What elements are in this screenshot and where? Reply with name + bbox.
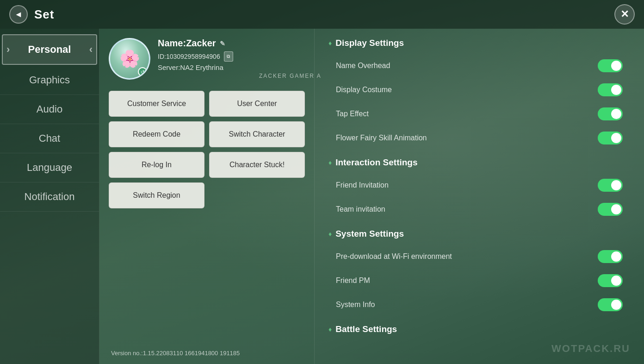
interaction-diamond-icon: ♦	[328, 159, 332, 166]
close-button[interactable]: ✕	[614, 4, 635, 25]
predownload-wifi-toggle[interactable]	[598, 250, 623, 263]
system-diamond-icon: ♦	[328, 230, 332, 238]
sidebar-item-language[interactable]: Language	[0, 153, 99, 182]
battle-settings-title: ♦ Battle Settings	[328, 324, 630, 334]
flower-fairy-skill-animation-toggle[interactable]	[598, 132, 623, 144]
sidebar: Personal Graphics Audio Chat Language No…	[0, 29, 99, 364]
right-panel: ♦ Display Settings Name Overhead Display…	[315, 29, 644, 364]
zacker-watermark-label: ZACKER GAMER A	[259, 73, 322, 79]
team-invitation-toggle[interactable]	[598, 203, 623, 216]
team-invitation-label: Team invitation	[336, 205, 385, 213]
display-settings-section: ♦ Display Settings Name Overhead Display…	[328, 38, 630, 149]
tap-effect-label: Tap Effect	[336, 110, 369, 118]
system-settings-section: ♦ System Settings Pre-download at Wi-Fi …	[328, 229, 630, 316]
avatar-badge: ↺	[138, 67, 147, 76]
friend-pm-label: Friend PM	[336, 276, 370, 285]
sidebar-item-personal[interactable]: Personal	[2, 34, 97, 65]
battle-settings-section: ♦ Battle Settings	[328, 324, 630, 334]
sidebar-item-audio[interactable]: Audio	[0, 95, 99, 124]
profile-id-text: ID:103092958994906	[158, 53, 220, 60]
edit-icon[interactable]: ✎	[220, 40, 225, 47]
profile-server: Server:NA2 Erythrina	[158, 63, 305, 71]
setting-row-flower-fairy-skill-animation: Flower Fairy Skill Animation	[328, 127, 630, 149]
sidebar-item-notification[interactable]: Notification	[0, 182, 99, 212]
setting-row-tap-effect: Tap Effect	[328, 103, 630, 125]
setting-row-team-invitation: Team invitation	[328, 198, 630, 220]
back-button[interactable]: ◄	[9, 5, 28, 24]
system-settings-title: ♦ System Settings	[328, 229, 630, 239]
flower-fairy-skill-animation-label: Flower Fairy Skill Animation	[336, 134, 427, 142]
display-costume-label: Display Costume	[336, 86, 392, 94]
sidebar-item-graphics[interactable]: Graphics	[0, 66, 99, 95]
profile-id: ID:103092958994906 ⧉	[158, 51, 305, 62]
copy-id-button[interactable]: ⧉	[224, 51, 233, 62]
header-left: ◄ Set	[9, 5, 54, 24]
setting-row-name-overhead: Name Overhead	[328, 55, 630, 77]
profile-info: Name:Zacker ✎ ID:103092958994906 ⧉ Serve…	[158, 38, 305, 71]
setting-row-friend-invitation: Friend Invitation	[328, 174, 630, 196]
predownload-wifi-label: Pre-download at Wi-Fi environment	[336, 252, 452, 261]
friend-invitation-toggle[interactable]	[598, 179, 623, 192]
interaction-settings-title: ♦ Interaction Settings	[328, 157, 630, 168]
customer-service-button[interactable]: Customer Service	[109, 91, 204, 117]
avatar: 🌸 ↺	[109, 38, 150, 80]
header-bar: ◄ Set ✕	[0, 0, 644, 29]
sidebar-item-chat[interactable]: Chat	[0, 124, 99, 153]
switch-region-button[interactable]: Switch Region	[109, 182, 204, 208]
setting-row-predownload-wifi: Pre-download at Wi-Fi environment	[328, 245, 630, 268]
name-overhead-toggle[interactable]	[598, 59, 623, 72]
friend-pm-toggle[interactable]	[598, 274, 623, 287]
system-info-label: System Info	[336, 301, 375, 309]
version-text: Version no.:1.15.22083110 1661941800 191…	[111, 350, 240, 357]
center-panel: 🌸 ↺ Name:Zacker ✎ ID:103092958994906 ⧉	[99, 29, 315, 364]
friend-invitation-label: Friend Invitation	[336, 181, 389, 189]
action-buttons-grid: Customer Service User Center Redeem Code…	[109, 91, 305, 208]
system-info-toggle[interactable]	[598, 298, 623, 311]
setting-row-system-info: System Info	[328, 294, 630, 316]
user-center-button[interactable]: User Center	[209, 91, 305, 117]
watermark: WOTPACK.RU	[551, 343, 630, 355]
profile-name: Name:Zacker ✎	[158, 38, 305, 49]
page-title: Set	[34, 7, 54, 22]
battle-diamond-icon: ♦	[328, 326, 332, 333]
main-content: Personal Graphics Audio Chat Language No…	[0, 29, 644, 364]
display-costume-toggle[interactable]	[598, 83, 623, 96]
setting-row-display-costume: Display Costume	[328, 79, 630, 101]
redeem-code-button[interactable]: Redeem Code	[109, 121, 204, 147]
character-stuck-button[interactable]: Character Stuck!	[209, 152, 305, 178]
setting-row-friend-pm: Friend PM	[328, 270, 630, 292]
display-settings-title: ♦ Display Settings	[328, 38, 630, 48]
tap-effect-toggle[interactable]	[598, 107, 623, 120]
switch-character-button[interactable]: Switch Character	[209, 121, 305, 147]
name-overhead-label: Name Overhead	[336, 62, 390, 70]
interaction-settings-section: ♦ Interaction Settings Friend Invitation…	[328, 157, 630, 220]
profile-name-text: Name:Zacker	[158, 38, 216, 49]
re-log-in-button[interactable]: Re-log In	[109, 152, 204, 178]
display-diamond-icon: ♦	[328, 39, 332, 47]
